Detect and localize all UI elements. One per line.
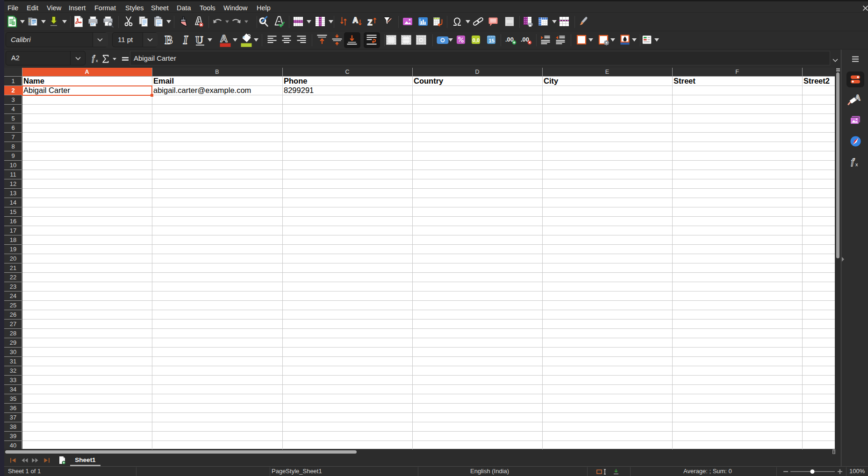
svg-text:Z: Z xyxy=(368,19,373,27)
svg-text:f: f xyxy=(851,156,855,166)
svg-text:15: 15 xyxy=(488,38,495,43)
svg-text:x: x xyxy=(96,58,98,63)
svg-text:I: I xyxy=(183,34,188,46)
svg-text:A: A xyxy=(353,16,359,24)
svg-text:U: U xyxy=(195,34,203,46)
svg-text:A: A xyxy=(220,33,228,44)
svg-text:B: B xyxy=(165,34,173,46)
svg-text:x: x xyxy=(855,162,858,167)
svg-text:0,0: 0,0 xyxy=(473,37,480,43)
svg-text:f: f xyxy=(92,54,95,63)
